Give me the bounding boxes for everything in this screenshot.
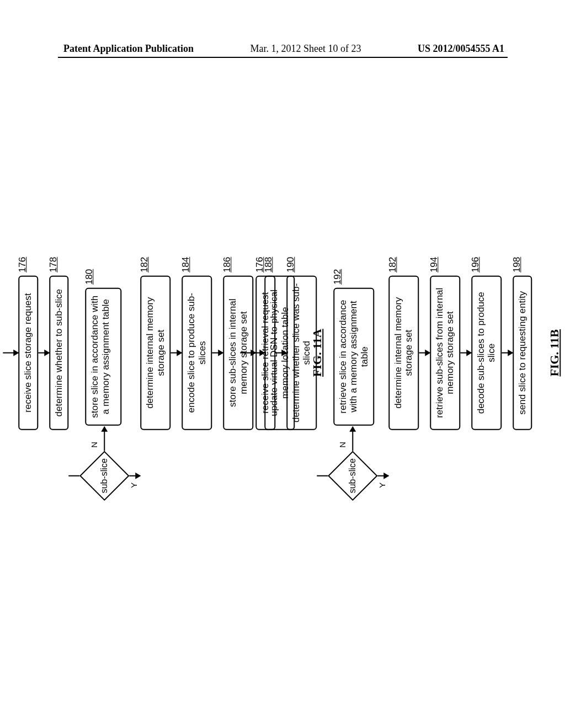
arrow-icon [212, 352, 223, 354]
step-184: encode slice to produce sub-slices 184 [182, 276, 212, 430]
step-text: receive slice storage request [23, 293, 33, 413]
arrow-icon [275, 352, 286, 354]
arrow-icon [502, 352, 513, 354]
step-190: determine whether slice was sub-sliced 1… [286, 276, 317, 430]
ref-num: 186 [222, 257, 233, 272]
step-180: store slice in accordance with a memory … [85, 288, 121, 426]
ref-num: 178 [48, 257, 59, 272]
header-rule [58, 57, 508, 58]
ref-num: 198 [511, 257, 523, 272]
ref-num: 184 [180, 257, 191, 272]
decision-row-b: sub-slice N retrieve slice in accordance… [328, 165, 388, 540]
arrow-icon [419, 352, 430, 354]
header-right: US 2012/0054555 A1 [418, 43, 504, 55]
step-text: determine whether to sub-slice [54, 289, 64, 417]
arrow-icon [3, 352, 18, 354]
connector [68, 475, 79, 477]
decision-diamond-a: sub-slice [79, 451, 129, 501]
branch-n: N [338, 442, 347, 448]
step-text: retrieve slice in accordance with a memo… [338, 300, 370, 414]
branch-y: Y [129, 483, 138, 488]
fig-11b-column: receive slice retrieval request 176 dete… [307, 110, 495, 596]
header-left: Patent Application Publication [63, 43, 194, 55]
fig-11a-column: receive slice storage request 176 determ… [70, 110, 258, 596]
step-198: send slice to requesting entity 198 [513, 276, 532, 430]
ref-num: 180 [84, 269, 95, 285]
ref-num: 182 [139, 257, 150, 272]
step-text: determine internal memory storage set [145, 297, 166, 409]
step-178: determine whether to sub-slice 178 [49, 276, 69, 430]
header-mid: Mar. 1, 2012 Sheet 10 of 23 [250, 43, 361, 55]
step-text: retrieve sub-slices from internal memory… [434, 288, 456, 418]
step-text: store slice in accordance with a memory … [89, 296, 111, 418]
fig-11b-rotated: receive slice retrieval request 176 dete… [240, 165, 562, 540]
step-text: send slice to requesting entity [517, 291, 527, 415]
ref-num: 194 [429, 257, 440, 272]
ref-num: 176 [254, 257, 265, 272]
step-text: determine internal memory storage set [393, 297, 414, 409]
arrow-icon [38, 352, 49, 354]
arrow-icon [104, 427, 105, 451]
step-196: decode sub-slices to produce slice 196 [471, 276, 502, 430]
step-text: decode sub-slices to produce slice [476, 292, 497, 414]
decision-row-a: sub-slice N store slice in accordance wi… [79, 165, 140, 540]
connector [317, 475, 328, 477]
arrow-icon [129, 475, 140, 477]
fig-11b-flow: receive slice retrieval request 176 dete… [240, 165, 562, 540]
arrow-icon [170, 352, 182, 354]
step-text: encode slice to produce sub-slices [186, 293, 207, 413]
arrow-icon [352, 427, 353, 451]
diagrams-area: receive slice storage request 176 determ… [0, 110, 565, 607]
branch-y: Y [377, 483, 387, 488]
ref-num: 196 [470, 257, 481, 272]
page-header: Patent Application Publication Mar. 1, 2… [0, 43, 565, 55]
ref-num: 192 [332, 269, 343, 285]
decision-label: sub-slice [348, 458, 358, 493]
step-176b: receive slice retrieval request 176 [255, 276, 275, 430]
ref-num: 176 [17, 257, 28, 272]
branch-n: N [89, 442, 99, 448]
step-192: retrieve slice in accordance with a memo… [333, 288, 375, 426]
ref-num: 182 [387, 257, 398, 272]
arrow-icon [377, 475, 388, 477]
step-text: receive slice retrieval request [260, 292, 270, 414]
step-text: determine whether slice was sub-sliced [291, 283, 312, 422]
fig-11b-label: FIG. 11B [548, 329, 562, 377]
decision-label: sub-slice [100, 458, 110, 493]
step-182b: determine internal memory storage set 18… [388, 276, 419, 430]
arrow-icon [240, 352, 255, 354]
step-182a: determine internal memory storage set 18… [140, 276, 170, 430]
decision-diamond-b: sub-slice [328, 451, 377, 501]
step-176a: receive slice storage request 176 [18, 276, 38, 430]
step-194: retrieve sub-slices from internal memory… [430, 276, 460, 430]
ref-num: 190 [285, 257, 296, 272]
arrow-icon [460, 352, 471, 354]
